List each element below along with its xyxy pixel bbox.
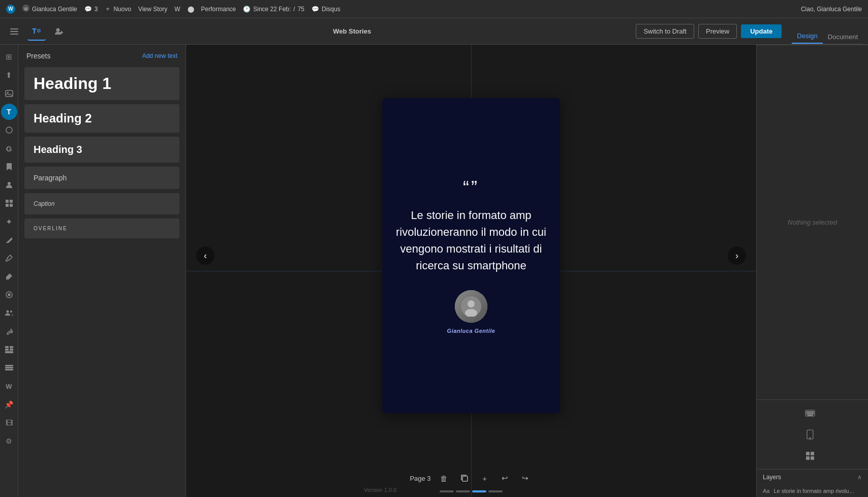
upload-icon[interactable]: ⬆ [1,67,17,83]
comments-count[interactable]: 💬 3 [84,6,98,13]
svg-rect-38 [813,412,814,413]
pen-icon[interactable] [1,232,17,248]
avatar-placeholder [455,290,487,323]
preset-overline[interactable]: OVERLINE [24,219,179,238]
heading2-label: Heading 2 [34,111,170,126]
svg-rect-12 [6,200,9,203]
film-icon[interactable]: 🎞 [1,415,17,431]
main-layout: ⊞ ⬆ T G [0,45,868,497]
wrench-icon[interactable] [1,323,17,339]
circle-icon: ⬤ [188,6,194,13]
preview-button[interactable]: Preview [698,24,737,39]
svg-rect-42 [808,415,813,416]
site-name[interactable]: G Gianluca Gentile [22,5,77,13]
copy-page-button[interactable] [457,471,472,485]
presets-title: Presets [26,52,50,60]
redo-button[interactable]: ↪ [518,471,533,485]
update-button[interactable]: Update [741,24,782,38]
user-add-btn[interactable] [50,22,68,41]
module-grid-icon[interactable] [1,341,17,358]
tab-design[interactable]: Design [792,29,822,44]
svg-point-30 [468,300,475,307]
add-page-button[interactable]: + [478,471,492,485]
since-label: 🕐 Since 22 Feb: / 75 [243,6,304,13]
text-icon[interactable]: T [1,104,17,120]
keyboard-icon-btn[interactable] [801,404,819,422]
text-preset-btn[interactable]: T ⚙ [27,22,46,41]
preset-caption[interactable]: Caption [24,193,179,214]
aa-label: Aa [763,488,769,494]
add-new-text-link[interactable]: Add new text [142,52,177,59]
user-icon[interactable] [1,177,17,193]
menu-icon-btn[interactable] [5,22,23,41]
layers-expand-icon[interactable]: ∧ [857,474,862,481]
g-brand-icon[interactable]: G [1,140,17,157]
media-icon[interactable]: ⊞ [1,49,17,65]
clock-icon: 🕐 [243,6,251,13]
list2-icon[interactable] [1,360,17,376]
svg-rect-40 [808,413,811,414]
svg-point-10 [6,127,12,133]
delete-page-button[interactable]: 🗑 [437,471,451,485]
circle-dot-icon[interactable] [1,287,17,303]
user-group-icon[interactable] [1,305,17,321]
chat-icon: 💬 [312,6,319,13]
page-dot-4[interactable] [488,490,503,492]
four-squares-icon-btn[interactable] [801,447,819,465]
page-dot-3[interactable] [472,490,486,492]
view-story-link[interactable]: View Story [138,6,167,13]
canvas-wrapper: ‹ “” Le storie in formato amp rivoluzion… [186,45,756,467]
w-logo-icon[interactable]: W [1,378,17,394]
page-dot-2[interactable] [456,490,470,492]
wp-icon-2[interactable]: W [174,6,180,13]
disqus-link[interactable]: 💬 Disqus [312,6,340,13]
switch-draft-button[interactable]: Switch to Draft [636,24,694,39]
quote-mark: “” [463,177,479,199]
plus-icon: ＋ [105,5,111,13]
svg-rect-26 [5,365,13,366]
preset-heading2[interactable]: Heading 2 [24,104,179,133]
grid2-icon[interactable] [1,195,17,211]
prev-page-button[interactable]: ‹ [196,246,214,265]
right-panel: Nothing selected [756,45,868,497]
undo-button[interactable]: ↩ [498,471,512,485]
svg-rect-4 [10,34,18,35]
svg-rect-37 [811,412,812,413]
new-button[interactable]: ＋ Nuovo [105,5,131,13]
tab-document[interactable]: Document [823,30,863,44]
performance-link[interactable]: Performance [201,6,236,13]
pin-icon[interactable]: 📌 [1,396,17,413]
author-name: Gianluca Gentile [447,328,495,334]
phone-icon-btn[interactable] [801,425,819,444]
eyedropper-icon[interactable] [1,250,17,266]
wp-logo[interactable]: W [6,5,15,14]
overline-label: OVERLINE [34,226,170,231]
svg-rect-32 [462,476,468,481]
preset-paragraph[interactable]: Paragraph [24,167,179,189]
caption-label: Caption [34,200,170,207]
svg-rect-34 [807,412,808,413]
secondbar: T ⚙ Web Stories Switch to Draft Preview … [0,18,868,45]
svg-point-5 [56,28,60,32]
bookmark-icon[interactable] [1,159,17,175]
story-card[interactable]: “” Le storie in formato amp rivoluzioner… [382,98,560,413]
settings-icon[interactable]: ⚙ [1,433,17,449]
layers-preview-item[interactable]: Aa Le storie in formato amp rivoluzi... [757,485,868,497]
preset-heading1[interactable]: Heading 1 [24,67,179,100]
svg-point-44 [810,438,811,439]
presets-header: Presets Add new text [18,45,185,65]
sparkle-icon[interactable]: ✦ [1,213,17,230]
avatar-icon: G [22,5,29,13]
brush-icon[interactable] [1,268,17,285]
next-page-button[interactable]: › [728,246,746,265]
preset-heading3[interactable]: Heading 3 [24,137,179,163]
svg-rect-35 [808,412,809,413]
image-icon[interactable] [1,85,17,102]
svg-rect-28 [5,369,13,370]
shapes-icon[interactable] [1,122,17,138]
layers-text-preview: Le storie in formato amp rivoluzi... [773,488,855,494]
wp-icon: W [6,5,15,14]
svg-rect-2 [10,28,18,29]
page-dot-1[interactable] [440,490,454,492]
svg-rect-21 [5,346,9,348]
